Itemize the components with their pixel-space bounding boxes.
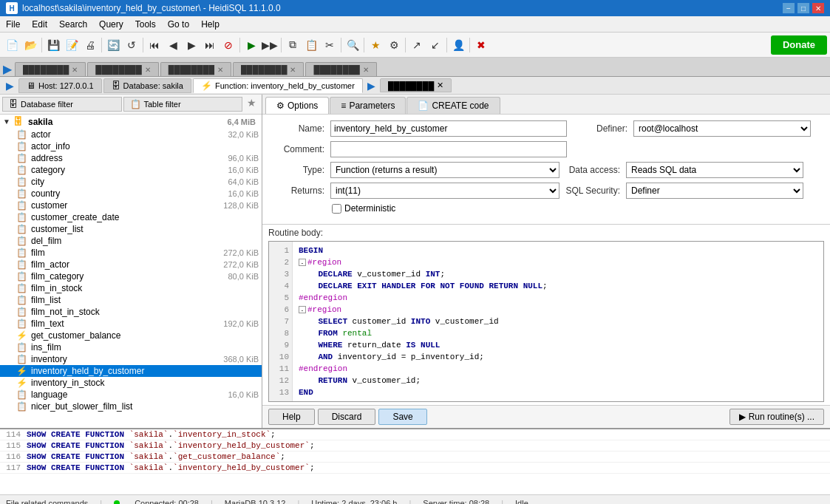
help-button[interactable]: Help	[268, 409, 315, 425]
deterministic-checkbox[interactable]	[332, 204, 341, 214]
tb-prev-btn[interactable]: ◀	[164, 36, 182, 54]
conn-tab-5-close[interactable]: ✕	[363, 66, 369, 74]
fold-btn-6[interactable]: -	[299, 306, 306, 313]
maximize-button[interactable]: □	[797, 3, 809, 13]
tree-item-film_not_in_stock[interactable]: 📋 film_not_in_stock	[0, 306, 262, 318]
returns-select[interactable]: int(11)	[330, 183, 559, 199]
tree-item-inventory_held_by_customer[interactable]: ⚡ inventory_held_by_customer	[0, 365, 262, 377]
minimize-button[interactable]: −	[783, 3, 795, 13]
fold-btn-2[interactable]: -	[299, 259, 306, 266]
tree-item-country[interactable]: 📋 country 16,0 KiB	[0, 188, 262, 200]
tb-disconnect-btn[interactable]: ✖	[472, 36, 490, 54]
tb-open-btn[interactable]: 📂	[21, 36, 39, 54]
tb-back-btn[interactable]: ⏮	[146, 36, 163, 54]
tb-misc-btn[interactable]: ⚙	[385, 36, 403, 54]
tree-item-inventory[interactable]: 📋 inventory 368,0 KiB	[0, 353, 262, 365]
db-filter-btn[interactable]: 🗄 Database filter	[2, 97, 122, 112]
run-routine-button[interactable]: ▶ Run routine(s) ...	[729, 409, 824, 425]
donate-button[interactable]: Donate	[771, 35, 827, 55]
tree-item-film_text[interactable]: 📋 film_text 192,0 KiB	[0, 318, 262, 330]
type-select[interactable]: Function (returns a result) Procedure	[330, 162, 559, 178]
tb-refresh2-btn[interactable]: ↺	[123, 36, 140, 54]
tree-item-ins_film[interactable]: 📋 ins_film	[0, 341, 262, 353]
code-content[interactable]: BEGIN-#region DECLARE v_customer_id INT;…	[293, 242, 823, 401]
sub-tab-database[interactable]: 🗄 Database: sakila	[103, 78, 191, 93]
tab-create-code[interactable]: 📄 CREATE code	[407, 97, 500, 114]
tb-cut-btn[interactable]: ✂	[321, 36, 339, 54]
code-editor[interactable]: 12345678910111213 BEGIN-#region DECLARE …	[268, 241, 824, 402]
tree-item-customer_create_date[interactable]: 📋 customer_create_date	[0, 211, 262, 223]
conn-tab-4[interactable]: ████████ ✕	[233, 62, 304, 76]
sub-tab-host[interactable]: 🖥 Host: 127.0.0.1	[18, 78, 102, 93]
sub-tab-run-btn[interactable]: ▶	[364, 80, 378, 92]
sub-tab-function[interactable]: ⚡ Function: inventory_held_by_customer	[193, 78, 363, 93]
conn-tab-3[interactable]: ████████ ✕	[160, 62, 231, 76]
sql-security-select[interactable]: Definer Invoker	[626, 183, 803, 199]
tb-refresh-btn[interactable]: 🔄	[104, 36, 122, 54]
sub-tab-extra-close[interactable]: ✕	[437, 81, 443, 90]
conn-tab-4-close[interactable]: ✕	[290, 66, 296, 74]
menu-query[interactable]: Query	[93, 18, 129, 31]
tree-item-category[interactable]: 📋 category 16,0 KiB	[0, 164, 262, 176]
conn-tab-1-close[interactable]: ✕	[72, 66, 78, 74]
tree-item-address[interactable]: 📋 address 96,0 KiB	[0, 152, 262, 164]
name-input[interactable]	[330, 120, 567, 137]
menu-goto[interactable]: Go to	[162, 18, 195, 31]
tab-parameters[interactable]: ≡ Parameters	[330, 97, 406, 114]
tree-item-actor_info[interactable]: 📋 actor_info	[0, 140, 262, 152]
filter-star-btn[interactable]: ★	[244, 97, 259, 112]
tb-run2-btn[interactable]: ▶▶	[261, 36, 279, 54]
tree-item-city[interactable]: 📋 city 64,0 KiB	[0, 176, 262, 188]
tb-copy-btn[interactable]: ⧉	[284, 36, 302, 54]
tree-item-film_category[interactable]: 📋 film_category 80,0 KiB	[0, 270, 262, 282]
sub-tab-play[interactable]: ▶	[3, 80, 17, 92]
tree-item-get_customer_balance[interactable]: ⚡ get_customer_balance	[0, 330, 262, 341]
menu-edit[interactable]: Edit	[26, 18, 53, 31]
conn-tab-1[interactable]: ████████ ✕	[15, 62, 86, 76]
menu-file[interactable]: File	[0, 18, 26, 31]
tab-options[interactable]: ⚙ Options	[265, 97, 329, 114]
tree-item-language[interactable]: 📋 language 16,0 KiB	[0, 389, 262, 401]
menu-tools[interactable]: Tools	[129, 18, 162, 31]
data-access-select[interactable]: Reads SQL data Modifies SQL data Contain…	[626, 162, 803, 178]
tb-saveas-btn[interactable]: 📝	[63, 36, 81, 54]
tb-stop-btn[interactable]: ⊘	[220, 36, 237, 54]
db-root-sakila[interactable]: ▼ 🗄 sakila 6,4 MiB	[0, 115, 262, 129]
tb-end-btn[interactable]: ⏭	[201, 36, 219, 54]
sub-tab-extra[interactable]: ████████ ✕	[380, 78, 452, 92]
tb-users-btn[interactable]: 👤	[449, 36, 467, 54]
tree-item-film[interactable]: 📋 film 272,0 KiB	[0, 247, 262, 259]
tb-print-btn[interactable]: 🖨	[81, 36, 99, 54]
conn-tab-2[interactable]: ████████ ✕	[87, 62, 158, 76]
menu-help[interactable]: Help	[195, 18, 225, 31]
tb-new-btn[interactable]: 📄	[3, 36, 21, 54]
conn-tab-3-close[interactable]: ✕	[217, 66, 223, 74]
tree-item-customer_list[interactable]: 📋 customer_list	[0, 223, 262, 235]
tree-item-film_list[interactable]: 📋 film_list	[0, 294, 262, 306]
tb-next-btn[interactable]: ▶	[183, 36, 200, 54]
tree-item-customer[interactable]: 📋 customer 128,0 KiB	[0, 200, 262, 211]
save-button[interactable]: Save	[378, 409, 426, 425]
table-filter-btn[interactable]: 📋 Table filter	[123, 97, 243, 112]
tb-import-btn[interactable]: ↙	[426, 36, 444, 54]
conn-tab-2-close[interactable]: ✕	[145, 66, 151, 74]
menu-search[interactable]: Search	[53, 18, 93, 31]
tree-item-film_actor[interactable]: 📋 film_actor 272,0 KiB	[0, 259, 262, 270]
tb-run-btn[interactable]: ▶	[242, 36, 260, 54]
tree-item-film_in_stock[interactable]: 📋 film_in_stock	[0, 282, 262, 294]
conn-tab-5[interactable]: ████████ ✕	[305, 62, 376, 76]
comment-input[interactable]	[330, 141, 567, 157]
tb-export-btn[interactable]: ↗	[408, 36, 426, 54]
new-conn-button[interactable]: ▶	[3, 62, 12, 76]
tree-item-del_film[interactable]: 📋 del_film	[0, 235, 262, 247]
definer-select[interactable]: root@localhost	[633, 120, 811, 137]
db-expand-icon[interactable]: ▼	[3, 118, 13, 126]
tree-item-actor[interactable]: 📋 actor 32,0 KiB	[0, 129, 262, 140]
tree-item-nicer_but_slower_film_list[interactable]: 📋 nicer_but_slower_film_list	[0, 401, 262, 412]
tb-save-btn[interactable]: 💾	[44, 36, 62, 54]
discard-button[interactable]: Discard	[318, 409, 376, 425]
tb-paste-btn[interactable]: 📋	[302, 36, 320, 54]
tb-highlight-btn[interactable]: ★	[367, 36, 384, 54]
close-button[interactable]: ✕	[812, 3, 824, 13]
tree-item-inventory_in_stock[interactable]: ⚡ inventory_in_stock	[0, 377, 262, 389]
